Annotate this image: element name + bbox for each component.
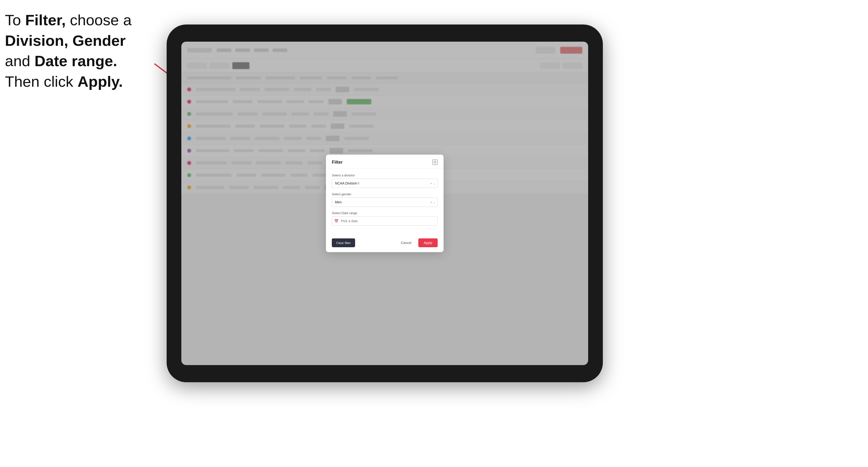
division-select[interactable]: NCAA Division I NCAA Division II NCAA Di… (332, 179, 438, 188)
gender-form-group: Select gender Men Women × ⌄ (332, 192, 438, 207)
instruction-line1: To Filter, choose aDivision, Genderand D… (5, 11, 132, 90)
gender-select-wrapper: Men Women × ⌄ (332, 197, 438, 207)
date-label: Select Date range (332, 211, 438, 215)
date-input-wrapper: 📅 (332, 216, 438, 226)
division-label: Select a division (332, 174, 438, 177)
division-select-wrapper: NCAA Division I NCAA Division II NCAA Di… (332, 179, 438, 188)
instruction-text: To Filter, choose aDivision, Genderand D… (5, 10, 132, 92)
cancel-button[interactable]: Cancel (396, 239, 416, 247)
modal-footer-right: Cancel Apply (396, 239, 438, 247)
gender-select[interactable]: Men Women (332, 197, 438, 207)
modal-overlay: Filter × Select a division NCAA Division… (181, 42, 588, 365)
modal-body: Select a division NCAA Division I NCAA D… (326, 168, 443, 235)
clear-filter-button[interactable]: Clear filter (332, 239, 355, 247)
modal-footer: Clear filter Cancel Apply (326, 235, 443, 252)
tablet-screen: Filter × Select a division NCAA Division… (181, 42, 588, 365)
modal-header: Filter × (326, 155, 443, 168)
tablet-frame: Filter × Select a division NCAA Division… (167, 25, 603, 382)
apply-button[interactable]: Apply (418, 239, 438, 247)
filter-modal: Filter × Select a division NCAA Division… (326, 155, 443, 252)
date-form-group: Select Date range 📅 (332, 211, 438, 226)
modal-title: Filter (332, 160, 343, 165)
gender-label: Select gender (332, 192, 438, 196)
division-form-group: Select a division NCAA Division I NCAA D… (332, 174, 438, 188)
modal-close-button[interactable]: × (432, 159, 438, 165)
date-range-input[interactable] (332, 216, 438, 226)
